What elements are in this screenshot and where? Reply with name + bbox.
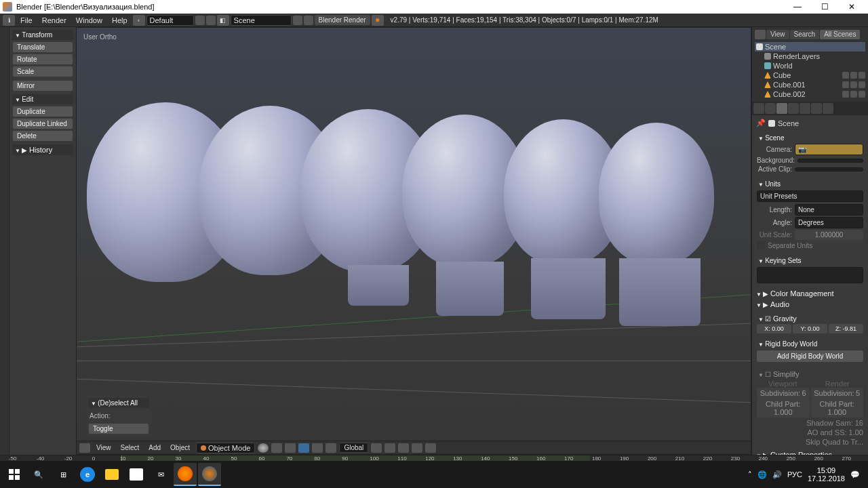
duplicate-button[interactable]: Duplicate [12, 106, 73, 117]
simplify-subd-r[interactable]: Subdivision: 5 [811, 388, 864, 399]
scene-section-header[interactable]: Scene [757, 133, 863, 143]
remove-scene-button[interactable] [304, 16, 313, 25]
screen-layout-dropdown[interactable]: Default [146, 15, 194, 26]
translate-button[interactable]: Translate [12, 41, 73, 53]
firefox-icon[interactable] [174, 463, 197, 486]
manipulator-icon[interactable] [285, 443, 296, 453]
network-icon[interactable]: 🌐 [757, 470, 767, 479]
proportional-icon[interactable] [412, 443, 422, 453]
transform-panel-header[interactable]: Transform [12, 30, 73, 40]
edge-icon[interactable]: e [76, 463, 99, 486]
pivot-icon[interactable] [271, 443, 282, 453]
unitscale-field[interactable]: 1.000000 [795, 230, 863, 240]
menu-file[interactable]: File [16, 15, 37, 26]
outliner-allscenes[interactable]: All Scenes [820, 30, 860, 39]
add-rbw-button[interactable]: Add Rigid Body World [757, 350, 863, 362]
colormgmt-section-header[interactable]: ▶ Color Management [755, 288, 865, 299]
task-view-icon[interactable]: ⊞ [52, 463, 75, 486]
prop-tab-scene[interactable] [776, 103, 787, 114]
rotate-button[interactable]: Rotate [12, 54, 73, 65]
language-indicator[interactable]: РУС [787, 470, 802, 479]
prop-tab-constraints[interactable] [811, 103, 822, 114]
keying-set-field[interactable] [757, 267, 863, 283]
shading-icon[interactable] [258, 443, 269, 453]
render-engine-dropdown[interactable]: Blender Render [315, 15, 370, 25]
prop-tab-modifiers[interactable] [823, 103, 833, 114]
back-icon[interactable]: ‹ [133, 15, 145, 26]
length-dropdown[interactable]: None [795, 204, 863, 216]
mail-icon[interactable]: ✉ [149, 463, 172, 486]
gravity-x-field[interactable]: X: 0.00 [757, 324, 791, 333]
scale-button[interactable]: Scale [12, 66, 73, 77]
simplify-ao[interactable]: AO and SS: 1.00 [757, 428, 863, 436]
units-section-header[interactable]: Units [757, 179, 863, 189]
keying-section-header[interactable]: Keying Sets [757, 256, 863, 266]
delete-button[interactable]: Delete [12, 130, 73, 142]
manipulator-rotate-icon[interactable] [312, 443, 323, 453]
simplify-skip[interactable]: Skip Quad to Tr... [757, 438, 863, 446]
layers-icon[interactable] [371, 443, 382, 453]
close-button[interactable]: ✕ [838, 2, 865, 12]
menu-render[interactable]: Render [38, 15, 71, 26]
operator-panel-header[interactable]: (De)select All [88, 398, 149, 408]
blender-org-icon[interactable]: ✹ [372, 15, 384, 26]
scene-dropdown[interactable]: Scene [231, 15, 292, 26]
manipulator-scale-icon[interactable] [326, 443, 336, 453]
scene-icon[interactable]: ◧ [217, 15, 229, 26]
explorer-icon[interactable] [100, 463, 123, 486]
vp-menu-select[interactable]: Select [117, 443, 143, 452]
clock[interactable]: 15:09 17.12.2018 [808, 466, 845, 483]
system-tray[interactable]: ˄ 🌐 🔊 РУС 15:09 17.12.2018 💬 [748, 466, 865, 483]
prop-tab-render[interactable] [753, 103, 764, 114]
tree-row-scene[interactable]: Scene [755, 42, 865, 52]
background-field[interactable] [797, 159, 863, 163]
angle-dropdown[interactable]: Degrees [795, 217, 863, 228]
customprops-section-header[interactable]: ▶ Custom Properties [755, 449, 865, 455]
menu-help[interactable]: Help [108, 15, 132, 26]
outliner-view[interactable]: View [766, 30, 789, 39]
simplify-shadow[interactable]: Shadow Sam: 16 [757, 419, 863, 427]
outliner-editor-icon[interactable] [755, 30, 766, 39]
tree-row-cube.002[interactable]: Cube.002 [755, 89, 865, 99]
history-panel-header[interactable]: ▶ History [12, 144, 73, 155]
prop-tab-object[interactable] [800, 103, 810, 114]
render-preview-icon[interactable] [425, 443, 436, 453]
snap-icon[interactable] [398, 443, 409, 453]
tree-row-renderlayers[interactable]: RenderLayers [755, 52, 865, 61]
action-dropdown[interactable]: Toggle [88, 423, 149, 434]
prop-tab-render-layers[interactable] [765, 103, 776, 114]
gravity-y-field[interactable]: Y: 0.00 [793, 324, 827, 333]
add-layout-button[interactable] [195, 16, 205, 25]
rbw-section-header[interactable]: Rigid Body World [757, 339, 863, 349]
mode-dropdown[interactable]: Object Mode [196, 443, 255, 453]
audio-section-header[interactable]: ▶ Audio [755, 299, 865, 310]
mirror-button[interactable]: Mirror [12, 80, 73, 92]
3d-viewport[interactable]: User Ortho (1) (De)select All Action: To… [76, 27, 751, 455]
start-button[interactable] [3, 463, 26, 486]
simplify-child-r[interactable]: Child Part: 1.000 [811, 399, 864, 418]
duplicate-linked-button[interactable]: Duplicate Linked [12, 118, 73, 129]
add-scene-button[interactable] [293, 16, 302, 25]
simplify-child-vp[interactable]: Child Part: 1.000 [757, 399, 810, 418]
mesh-head-6[interactable] [599, 123, 714, 265]
unit-presets-dropdown[interactable]: Unit Presets [757, 190, 863, 202]
manipulator-translate-icon[interactable] [298, 443, 309, 453]
vp-menu-object[interactable]: Object [167, 443, 193, 452]
menu-window[interactable]: Window [72, 15, 106, 26]
tree-row-world[interactable]: World [755, 61, 865, 70]
vp-menu-add[interactable]: Add [145, 443, 164, 452]
simplify-section-header[interactable]: ☐ Simplify [757, 369, 863, 380]
volume-icon[interactable]: 🔊 [772, 470, 782, 479]
minimize-button[interactable]: — [784, 2, 811, 12]
editor-type-icon[interactable]: ℹ [3, 15, 15, 26]
pin-icon[interactable]: 📌 [756, 119, 766, 127]
search-icon[interactable]: 🔍 [27, 463, 50, 486]
activeclip-field[interactable] [795, 167, 863, 171]
tool-shelf-tabs[interactable] [0, 27, 9, 455]
outliner-search[interactable]: Search [790, 30, 820, 39]
prop-tab-world[interactable] [788, 103, 799, 114]
simplify-subd-vp[interactable]: Subdivision: 6 [757, 388, 810, 399]
tree-row-cube[interactable]: Cube [755, 70, 865, 80]
orientation-dropdown[interactable]: Global [339, 443, 368, 453]
camera-field[interactable]: 📷 [795, 144, 863, 155]
